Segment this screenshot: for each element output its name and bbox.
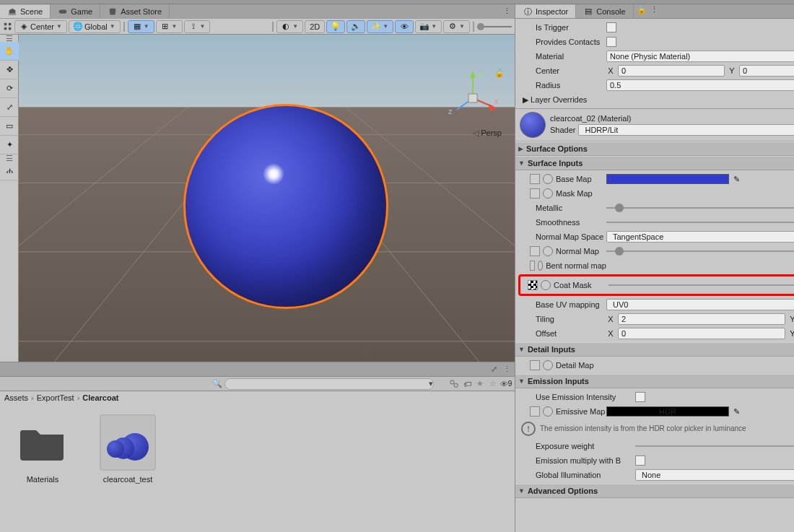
maskmap-texture-slot[interactable]	[530, 188, 540, 199]
pivot-mode-button[interactable]: ◈ Center▼	[14, 20, 67, 33]
basemap-texture-slot[interactable]	[530, 174, 540, 184]
tab-asset-store[interactable]: Asset Store	[100, 4, 170, 18]
exposure-weight-slider[interactable]	[635, 442, 794, 450]
breadcrumb-item[interactable]: Assets	[4, 393, 28, 402]
normalmap-slider[interactable]	[606, 247, 794, 256]
offset-x-input[interactable]	[618, 328, 785, 339]
tool-grip-icon[interactable]: ☰	[0, 154, 18, 162]
bent-texture-slot[interactable]	[530, 261, 535, 271]
normalmap-toggle[interactable]	[543, 246, 553, 256]
toggle-light-button[interactable]: 💡	[326, 20, 345, 33]
tool-grip-icon[interactable]: ☰	[0, 35, 18, 42]
center-x-input[interactable]	[618, 65, 725, 77]
foldout-arrow-icon[interactable]: ▶	[523, 95, 528, 105]
center-y-input[interactable]	[739, 65, 794, 77]
tab-scene[interactable]: Scene	[0, 4, 51, 18]
foldout-detail-inputs[interactable]: ▼Detail Inputs	[515, 342, 794, 357]
normalmap-texture-slot[interactable]	[530, 246, 540, 256]
eyedropper-icon[interactable]: ✎	[732, 407, 741, 416]
tab-console[interactable]: ▤ Console	[576, 4, 633, 18]
draw-mode-button[interactable]: ◐▼	[276, 20, 303, 33]
assets-grid[interactable]: Materials clearcoat_test	[0, 404, 515, 532]
toggle-fx-button[interactable]: ✨▼	[367, 20, 393, 33]
breadcrumb-item[interactable]: Clearcoat	[82, 393, 118, 402]
emissive-toggle[interactable]	[543, 406, 553, 417]
snap-settings-button[interactable]: ⟟▼	[184, 20, 211, 33]
use-emission-checkbox[interactable]	[635, 392, 645, 402]
favorite-icon[interactable]: ★	[474, 378, 486, 390]
foldout-surface-options[interactable]: ▶Surface Options	[515, 141, 794, 156]
emissive-texture-slot[interactable]	[530, 406, 540, 417]
filter-label-icon[interactable]: 🏷	[461, 378, 473, 390]
detailmap-texture-slot[interactable]	[530, 360, 540, 370]
projection-label[interactable]: ◁ Persp	[473, 128, 502, 138]
tiling-x-input[interactable]	[618, 313, 785, 325]
maximize-icon[interactable]: ⤢	[489, 365, 499, 375]
baseuv-dropdown[interactable]: UV0	[606, 299, 794, 310]
rect-icon: ▭	[4, 121, 14, 131]
asset-material[interactable]: clearcoat_test	[95, 414, 160, 484]
custom-tool[interactable]: ሐ	[0, 162, 19, 180]
coatmask-slider[interactable]	[608, 281, 794, 289]
lock-icon[interactable]: 🔒	[637, 4, 647, 14]
hand-tool[interactable]: ✋	[0, 42, 19, 61]
scene-view[interactable]: ☰ ✋ ✥ ⟳ ⤢ ▭ ✦ ☰ ሐ	[0, 35, 515, 362]
snap-increment-button[interactable]: ⊞▼	[156, 20, 183, 33]
foldout-emission-inputs[interactable]: ▼Emission Inputs	[515, 374, 794, 388]
field-label: Smoothness	[520, 218, 606, 227]
sphere-object[interactable]	[185, 105, 387, 308]
is-trigger-checkbox[interactable]	[606, 22, 616, 32]
toggle-skybox-button[interactable]: 👁	[395, 20, 414, 33]
save-search-icon[interactable]: ☆	[487, 378, 499, 390]
gizmo-size-slider[interactable]	[477, 23, 512, 30]
coatmask-toggle[interactable]	[541, 280, 551, 290]
field-label[interactable]: Layer Overrides	[531, 95, 587, 104]
normalspace-dropdown[interactable]: TangentSpace	[606, 231, 794, 243]
project-panel-tabs: ⤢ ⋮	[0, 362, 515, 377]
smoothness-slider[interactable]	[606, 218, 794, 227]
filter-type-icon[interactable]	[448, 378, 460, 390]
detailmap-toggle[interactable]	[543, 360, 553, 370]
emission-multiply-checkbox[interactable]	[635, 455, 645, 466]
transform-tool[interactable]: ✦	[0, 136, 19, 154]
field-label: Global Illumination	[520, 471, 635, 479]
tab-game[interactable]: Game	[51, 4, 100, 18]
toggle-2d-button[interactable]: 2D	[305, 20, 325, 33]
lock-icon[interactable]: 🔓	[494, 68, 505, 78]
gizmos-button[interactable]: ⚙▼	[443, 20, 470, 33]
camera-settings-button[interactable]: 📷▼	[415, 20, 442, 33]
metallic-slider[interactable]	[606, 204, 794, 212]
tooloptions-icon[interactable]	[3, 22, 13, 32]
orientation-gizmo[interactable]: y x z 🔓	[444, 69, 502, 113]
grid-snap-button[interactable]: ▦▼	[128, 20, 154, 33]
global-illumination-dropdown[interactable]: None	[635, 469, 794, 481]
foldout-surface-inputs[interactable]: ▼Surface Inputs	[515, 156, 794, 170]
tab-menu-icon[interactable]: ⋮	[502, 6, 512, 17]
bent-toggle[interactable]	[538, 261, 543, 271]
maskmap-toggle[interactable]	[543, 188, 553, 199]
physic-material-field[interactable]	[606, 51, 794, 62]
tab-menu-icon[interactable]: ⋮	[650, 4, 660, 14]
provides-contacts-checkbox[interactable]	[606, 37, 616, 47]
project-search-input[interactable]	[224, 378, 434, 390]
toggle-audio-button[interactable]: 🔊	[346, 20, 365, 33]
breadcrumb-item[interactable]: ExportTest	[37, 393, 74, 402]
radius-input[interactable]	[606, 79, 794, 91]
hidden-count-icon[interactable]: 👁9	[500, 378, 512, 390]
foldout-advanced-options[interactable]: ▼Advanced Options	[515, 484, 794, 498]
eyedropper-icon[interactable]: ✎	[732, 175, 741, 183]
handle-rotation-button[interactable]: 🌐 Global▼	[69, 20, 121, 33]
rotate-tool[interactable]: ⟳	[0, 79, 19, 98]
coatmask-texture-slot[interactable]	[528, 280, 538, 290]
shader-dropdown[interactable]: HDRP/Lit	[578, 124, 794, 136]
asset-folder[interactable]: Materials	[10, 414, 75, 484]
rect-tool[interactable]: ▭	[0, 117, 19, 136]
panel-menu-icon[interactable]: ⋮	[502, 365, 512, 375]
tab-inspector[interactable]: ⓘ Inspector	[515, 4, 576, 18]
scale-tool[interactable]: ⤢	[0, 98, 19, 117]
emissive-color-swatch[interactable]: HDR	[606, 406, 729, 417]
search-dropdown-icon[interactable]: ▾	[425, 378, 437, 390]
basemap-color-swatch[interactable]	[606, 174, 729, 184]
basemap-toggle[interactable]	[543, 174, 553, 184]
move-tool[interactable]: ✥	[0, 61, 19, 79]
